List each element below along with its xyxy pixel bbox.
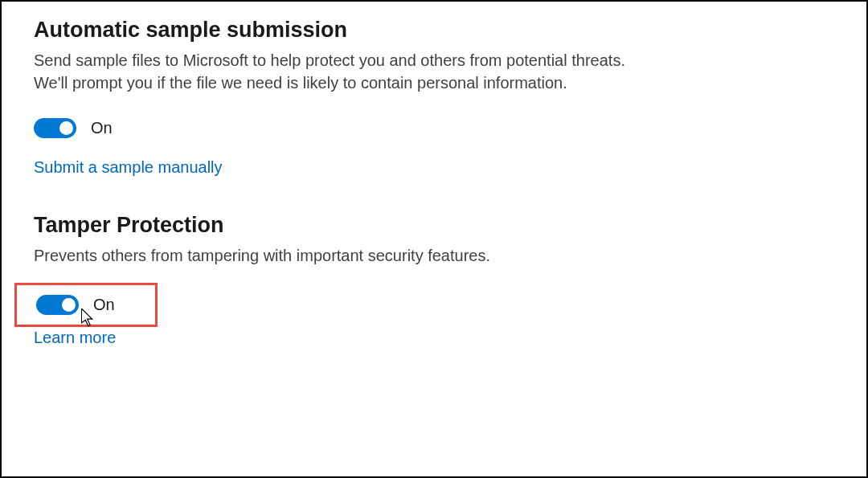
submit-sample-manually-link[interactable]: Submit a sample manually	[34, 158, 223, 177]
highlight-annotation: On	[14, 283, 158, 327]
sample-submission-toggle[interactable]	[34, 118, 76, 138]
tamper-protection-section: Tamper Protection Prevents others from t…	[34, 213, 834, 347]
learn-more-link[interactable]: Learn more	[34, 329, 116, 347]
tamper-protection-toggle-row: On	[36, 295, 145, 315]
tamper-protection-description: Prevents others from tampering with impo…	[34, 244, 628, 267]
toggle-knob-icon	[59, 121, 73, 135]
sample-submission-toggle-row: On	[34, 118, 834, 138]
sample-submission-title: Automatic sample submission	[34, 18, 834, 43]
sample-submission-description: Send sample files to Microsoft to help p…	[34, 49, 628, 94]
tamper-protection-toggle-label: On	[93, 296, 115, 314]
sample-submission-toggle-label: On	[91, 119, 113, 137]
toggle-knob-icon	[62, 298, 76, 312]
tamper-protection-toggle[interactable]	[36, 295, 79, 315]
tamper-protection-title: Tamper Protection	[34, 213, 834, 238]
automatic-sample-submission-section: Automatic sample submission Send sample …	[34, 18, 834, 177]
